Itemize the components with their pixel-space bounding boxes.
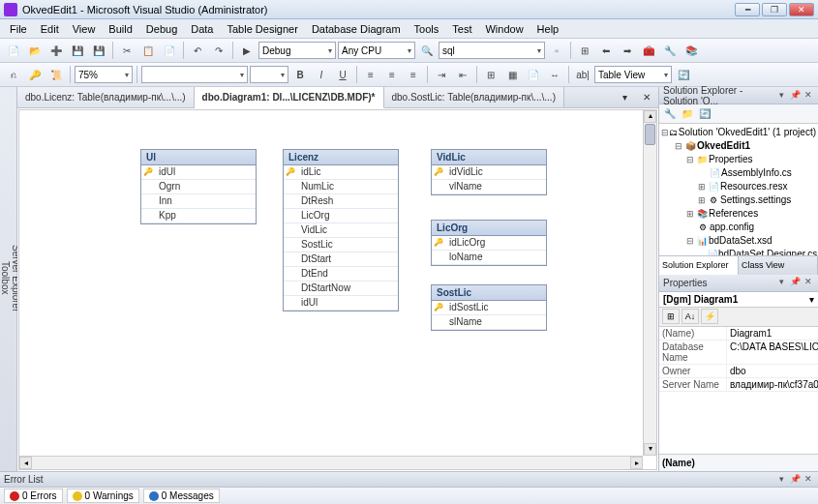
save-all-button[interactable]: 💾 xyxy=(89,41,108,60)
add-item-button[interactable]: ➕ xyxy=(46,41,66,60)
nav-back-button[interactable]: ⬅ xyxy=(596,41,616,60)
tab-dropdown[interactable]: ▾ xyxy=(615,87,635,107)
col-dtstart[interactable]: DtStart xyxy=(284,252,398,267)
script-button[interactable]: 📜 xyxy=(46,65,66,84)
dropdown-icon[interactable]: ▾ xyxy=(775,277,787,288)
col-licorg[interactable]: LicOrg xyxy=(284,209,398,223)
fontsize-combo[interactable]: ▾ xyxy=(250,66,288,83)
col-numlic[interactable]: NumLic xyxy=(284,180,398,194)
properties-icon[interactable]: 🔧 xyxy=(662,106,678,122)
scroll-up-icon[interactable]: ▴ xyxy=(644,110,656,123)
italic-button[interactable]: I xyxy=(312,65,331,84)
font-combo[interactable]: ▾ xyxy=(141,66,248,83)
zoom-combo[interactable]: 75%▾ xyxy=(75,66,133,83)
underline-button[interactable]: U xyxy=(333,65,352,84)
col-vlname[interactable]: vlName xyxy=(432,180,546,194)
diagram-canvas[interactable]: Ul idUl Ogrn Inn Kpp Licenz idLic NumLic… xyxy=(18,109,657,470)
tree-settings[interactable]: Settings.settings xyxy=(720,193,791,207)
menu-help[interactable]: Help xyxy=(531,21,565,37)
dropdown-icon[interactable]: ▾ xyxy=(775,474,787,486)
align-center-button[interactable]: ≡ xyxy=(382,65,402,84)
tree-xsd[interactable]: bdDataSet.xsd xyxy=(709,234,773,248)
col-loname[interactable]: loName xyxy=(432,251,546,265)
copy-button[interactable]: 📋 xyxy=(138,41,158,60)
table-licorg[interactable]: LicOrg idLicOrg loName xyxy=(431,220,547,266)
col-ogrn[interactable]: Ogrn xyxy=(141,180,256,194)
col-idlic[interactable]: idLic xyxy=(284,165,398,180)
horizontal-scrollbar[interactable]: ◂ ▸ xyxy=(19,456,643,469)
minimize-button[interactable]: ━ xyxy=(735,3,760,16)
misc-align-button[interactable]: ▦ xyxy=(502,65,522,84)
col-dtstartnow[interactable]: DtStartNow xyxy=(284,282,398,296)
tab-diagram1[interactable]: dbo.Diagram1: DI...\LICENZ\DB.MDF)* xyxy=(195,87,384,108)
object-browser-button[interactable]: 📚 xyxy=(682,41,701,60)
tab-sostlic-table[interactable]: dbo.SostLic: Table(владимир-пк\...\...) xyxy=(384,87,564,107)
property-grid[interactable]: (Name)Diagram1 Database NameC:\DATA BASE… xyxy=(659,327,818,455)
dropdown-icon[interactable]: ▾ xyxy=(775,90,787,102)
align-right-button[interactable]: ≡ xyxy=(404,65,423,84)
window-layout-button[interactable]: ⊞ xyxy=(575,41,594,60)
indent-button[interactable]: ⇥ xyxy=(432,65,451,84)
redo-button[interactable]: ↷ xyxy=(209,41,228,60)
col-dtend[interactable]: DtEnd xyxy=(284,267,398,282)
col-idvidlic[interactable]: idVidLic xyxy=(432,165,546,180)
menu-build[interactable]: Build xyxy=(103,21,137,37)
tab-class-view[interactable]: Class View xyxy=(739,256,818,275)
toolbox-tab[interactable]: Toolbox xyxy=(0,261,11,294)
tree-assemblyinfo[interactable]: AssemblyInfo.cs xyxy=(721,166,792,180)
col-dtresh[interactable]: DtResh xyxy=(284,194,398,209)
tab-licenz-table[interactable]: dbo.Licenz: Table(владимир-пк\...\...) xyxy=(17,87,195,107)
properties-button[interactable]: 🔧 xyxy=(660,41,680,60)
categorized-button[interactable]: ⊞ xyxy=(662,309,680,324)
show-all-icon[interactable]: 📁 xyxy=(680,106,695,122)
col-idlicorg[interactable]: idLicOrg xyxy=(432,236,546,251)
close-icon[interactable]: ✕ xyxy=(803,277,814,288)
page-setup-button[interactable]: 📄 xyxy=(524,65,543,84)
refresh-icon[interactable]: 🔄 xyxy=(697,106,712,122)
menu-data[interactable]: Data xyxy=(185,21,219,37)
menu-debug[interactable]: Debug xyxy=(140,21,183,37)
tab-close[interactable]: ✕ xyxy=(635,87,658,107)
maximize-button[interactable]: ❐ xyxy=(762,3,787,16)
pin-icon[interactable]: 📌 xyxy=(789,277,801,288)
tab-solution-explorer[interactable]: Solution Explorer xyxy=(659,256,739,275)
key-button[interactable]: 🔑 xyxy=(25,65,45,84)
table-ul[interactable]: Ul idUl Ogrn Inn Kpp xyxy=(140,149,257,224)
outdent-button[interactable]: ⇤ xyxy=(453,65,472,84)
menu-table-designer[interactable]: Table Designer xyxy=(222,21,304,37)
vertical-scrollbar[interactable]: ▴ ▾ xyxy=(643,110,656,456)
save-button[interactable]: 💾 xyxy=(68,41,87,60)
menu-database-diagram[interactable]: Database Diagram xyxy=(306,21,407,37)
close-icon[interactable]: ✕ xyxy=(803,90,814,102)
scroll-left-icon[interactable]: ◂ xyxy=(19,457,32,469)
alphabetical-button[interactable]: A↓ xyxy=(682,309,699,324)
scroll-right-icon[interactable]: ▸ xyxy=(630,457,643,469)
col-idul[interactable]: idUl xyxy=(284,296,398,311)
col-kpp[interactable]: Kpp xyxy=(141,209,256,223)
grid-button[interactable]: ⊞ xyxy=(481,65,500,84)
menu-tools[interactable]: Tools xyxy=(409,21,445,37)
col-vidlic[interactable]: VidLic xyxy=(284,223,398,238)
nav-forward-button[interactable]: ➡ xyxy=(618,41,637,60)
menu-window[interactable]: Window xyxy=(479,21,529,37)
platform-combo[interactable]: Any CPU▾ xyxy=(338,42,415,59)
tree-appconfig[interactable]: app.config xyxy=(710,221,754,234)
col-idsostlic[interactable]: idSostLic xyxy=(432,301,546,315)
align-left-button[interactable]: ≡ xyxy=(361,65,380,84)
relation-button[interactable]: ⎌ xyxy=(4,65,23,84)
launch-combo[interactable]: sql▾ xyxy=(439,42,545,59)
cut-button[interactable]: ✂ xyxy=(117,41,136,60)
warnings-badge[interactable]: 0 Warnings xyxy=(67,489,139,503)
tree-project[interactable]: OkvedEdit1 xyxy=(697,140,750,151)
close-button[interactable]: ✕ xyxy=(789,3,814,16)
solution-tree[interactable]: ⊟🗂Solution 'OkvedEdit1' (1 project) ⊟📦Ok… xyxy=(659,124,818,255)
open-button[interactable]: 📂 xyxy=(25,41,45,60)
menu-view[interactable]: View xyxy=(67,21,102,37)
new-textbox-button[interactable]: ab| xyxy=(573,65,592,84)
tree-properties[interactable]: Properties xyxy=(709,153,753,166)
col-slname[interactable]: slName xyxy=(432,315,546,330)
prop-row-dbname[interactable]: Database NameC:\DATA BASES\LICE xyxy=(659,341,818,365)
left-dock[interactable]: Toolbox Server Explorer Data Sources xyxy=(0,87,17,471)
pin-icon[interactable]: 📌 xyxy=(789,474,801,486)
messages-badge[interactable]: 0 Messages xyxy=(143,489,220,503)
